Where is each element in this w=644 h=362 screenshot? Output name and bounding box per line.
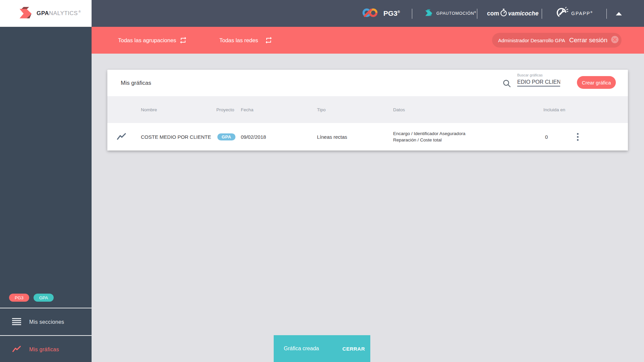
pg3-infinity-icon bbox=[362, 6, 380, 21]
cell-nombre: COSTE MEDIO POR CLIENTE bbox=[141, 123, 211, 150]
stopwatch-icon bbox=[499, 8, 508, 19]
cell-fecha: 09/02/2018 bbox=[241, 123, 266, 150]
gpapp-label: GPAPP® bbox=[571, 11, 593, 16]
top-navbar: PG3® GPAUTOMOCIÓN® com vamicoche bbox=[0, 0, 644, 27]
badge-gpa[interactable]: GPA bbox=[34, 294, 54, 302]
pg3-label: PG3® bbox=[383, 9, 400, 17]
user-name: Administrador Desarrollo GPA bbox=[498, 38, 565, 43]
close-circle-icon[interactable] bbox=[611, 36, 619, 45]
user-session-chip: Administrador Desarrollo GPA Cerrar sesi… bbox=[492, 33, 622, 48]
search-field[interactable]: Buscar gráficas EDIO POR CLIENTE bbox=[517, 73, 560, 86]
sidebar-item-mis-graficas[interactable]: Mis gráficas bbox=[0, 336, 92, 362]
snackbar: Gráfica creada CERRAR bbox=[274, 335, 370, 362]
line-chart-icon bbox=[117, 132, 126, 142]
sidebar-badges: PG3 GPA bbox=[9, 294, 54, 302]
kebab-icon[interactable] bbox=[574, 132, 581, 142]
navbar-divider bbox=[542, 9, 542, 19]
badge-pg3[interactable]: PG3 bbox=[9, 294, 29, 302]
gpapp-wrench-icon bbox=[555, 6, 568, 20]
sidebar-item-mis-secciones[interactable]: Mis secciones bbox=[0, 308, 92, 336]
logout-button[interactable]: Cerrar sesión bbox=[569, 37, 607, 44]
analytics-logo-text: GPANALYTICS® bbox=[37, 10, 81, 17]
snackbar-message: Gráfica creada bbox=[284, 346, 319, 352]
search-underline bbox=[517, 86, 560, 86]
column-header-datos: Datos bbox=[393, 96, 405, 123]
sidebar: PG3 GPA Mis secciones Mis gráf bbox=[0, 27, 92, 362]
cell-incluida-en: 0 bbox=[545, 123, 548, 150]
brand-gpapp[interactable]: GPAPP® bbox=[555, 0, 593, 27]
sidebar-item-label: Mis gráficas bbox=[29, 347, 59, 353]
swap-agrupaciones-icon[interactable] bbox=[179, 36, 187, 46]
line-chart-icon bbox=[12, 345, 21, 354]
table-row: COSTE MEDIO POR CLIENTE GPA 09/02/2018 L… bbox=[107, 123, 628, 150]
card-header: Mis gráficas Buscar gráficas EDIO POR CL… bbox=[107, 70, 628, 96]
cell-datos: Encargo / Identificador Aseguradora Repa… bbox=[393, 123, 465, 150]
column-header-tipo: Tipo bbox=[317, 96, 326, 123]
snackbar-close-button[interactable]: CERRAR bbox=[342, 346, 365, 352]
column-header-fecha: Fecha bbox=[241, 96, 254, 123]
collapse-up-icon[interactable] bbox=[616, 12, 622, 15]
create-chart-button[interactable]: Crear gráfica bbox=[577, 76, 616, 89]
navbar-divider bbox=[606, 9, 607, 19]
charts-card: Mis gráficas Buscar gráficas EDIO POR CL… bbox=[107, 70, 628, 150]
page-title: Mis gráficas bbox=[121, 70, 151, 96]
redes-selector[interactable]: Todas las redes bbox=[219, 27, 258, 54]
analytics-arrow-icon bbox=[16, 5, 34, 22]
gpautomocion-arrow-icon bbox=[423, 8, 433, 18]
search-icon bbox=[502, 79, 511, 89]
column-header-incluida-en: Incluida en bbox=[543, 96, 565, 123]
table-header: Nombre Proyecto Fecha Tipo Datos Incluid… bbox=[107, 96, 628, 123]
sidebar-item-label: Mis secciones bbox=[29, 319, 64, 325]
cell-tipo: Líneas rectas bbox=[317, 123, 347, 150]
search-input[interactable]: EDIO POR CLIENTE bbox=[517, 78, 560, 86]
app-logo[interactable]: GPANALYTICS® bbox=[0, 0, 92, 27]
sections-list-icon bbox=[12, 318, 21, 326]
navbar-divider bbox=[477, 9, 477, 19]
column-header-nombre: Nombre bbox=[141, 96, 157, 123]
brand-comprovamicoche[interactable]: com vamicoche bbox=[487, 0, 538, 27]
gpautomocion-label: GPAUTOMOCIÓN® bbox=[436, 11, 476, 16]
filter-bar: Todas las agrupaciones Todas las redes A… bbox=[92, 27, 644, 54]
project-badge: GPA bbox=[217, 133, 235, 140]
swap-redes-icon[interactable] bbox=[265, 36, 273, 46]
brand-gpautomocion[interactable]: GPAUTOMOCIÓN® bbox=[423, 0, 476, 27]
page: PG3® GPAUTOMOCIÓN® com vamicoche bbox=[0, 0, 644, 362]
brand-pg3[interactable]: PG3® bbox=[362, 0, 400, 27]
comprovamicoche-label: com vamicoche bbox=[487, 8, 538, 19]
agrupaciones-selector[interactable]: Todas las agrupaciones bbox=[118, 27, 176, 54]
column-header-proyecto: Proyecto bbox=[216, 96, 234, 123]
search-field-label: Buscar gráficas bbox=[517, 73, 560, 77]
navbar-divider bbox=[412, 9, 412, 19]
